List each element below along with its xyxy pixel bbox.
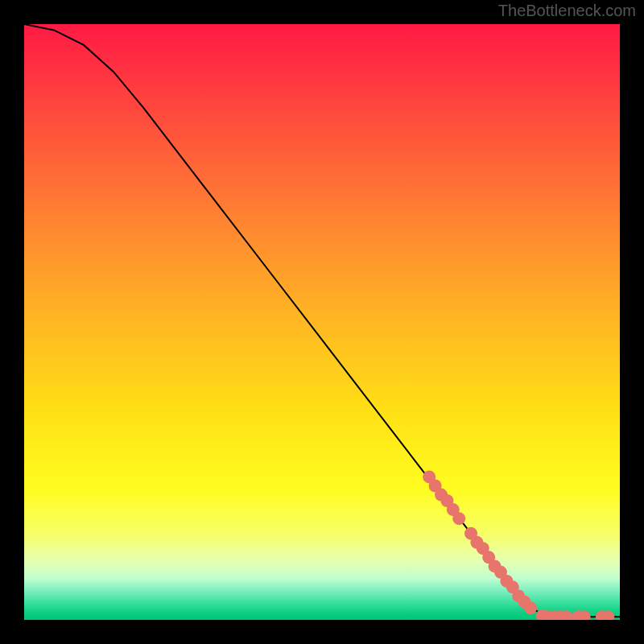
watermark-text: TheBottleneck.com <box>498 2 636 20</box>
data-markers <box>423 470 614 620</box>
bottleneck-curve-line <box>24 24 620 617</box>
chart-plot-area <box>24 24 620 620</box>
data-marker <box>524 601 537 614</box>
chart-svg <box>24 24 620 620</box>
data-marker <box>452 512 465 525</box>
